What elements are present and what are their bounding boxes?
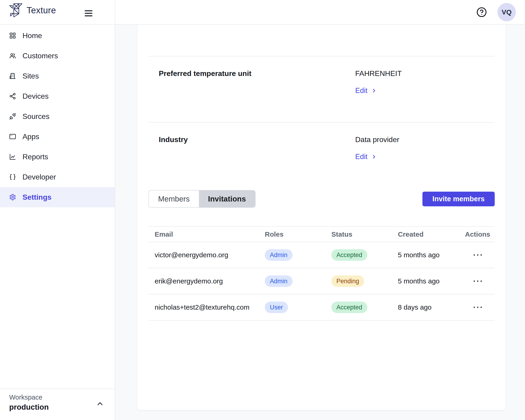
tab-invitations[interactable]: Invitations: [199, 191, 255, 207]
settings-panel: Preferred temperature unit FAHRENHEIT Ed…: [137, 25, 506, 410]
sidebar-item-sites[interactable]: Sites: [0, 66, 115, 86]
sidebar-item-developer[interactable]: Developer: [0, 167, 115, 187]
sidebar-item-label: Reports: [22, 153, 48, 161]
invitations-table: Email Roles Status Created Actions victo…: [149, 226, 495, 321]
status-badge: Accepted: [331, 249, 367, 261]
more-horizontal-icon: [474, 307, 475, 308]
workspace-name: production: [9, 403, 49, 411]
sidebar-item-reports[interactable]: Reports: [0, 147, 115, 167]
members-toolbar: Members Invitations Invite members: [149, 190, 495, 208]
column-header-roles: Roles: [259, 230, 325, 238]
setting-label: Industry: [159, 135, 355, 161]
sidebar-item-apps[interactable]: Apps: [0, 126, 115, 147]
chevron-right-icon: [371, 154, 377, 160]
row-actions-button[interactable]: [471, 278, 484, 284]
setting-row-temperature-unit: Preferred temperature unit FAHRENHEIT Ed…: [149, 57, 495, 122]
more-horizontal-icon: [474, 254, 475, 256]
status-badge: Accepted: [331, 302, 367, 313]
column-header-email: Email: [149, 230, 259, 238]
sidebar-item-label: Customers: [22, 52, 58, 60]
setting-value: FAHRENHEIT: [355, 69, 402, 78]
table-row: victor@energydemo.org Admin Accepted 5 m…: [149, 242, 495, 268]
members-tab-group: Members Invitations: [149, 190, 256, 208]
invite-created: 8 days ago: [392, 303, 460, 311]
sidebar-item-customers[interactable]: Customers: [0, 46, 115, 66]
table-row: nicholas+test2@texturehq.com User Accept…: [149, 295, 495, 321]
table-row: erik@energydemo.org Admin Pending 5 mont…: [149, 268, 495, 295]
braces-icon: [9, 173, 16, 180]
setting-value: Data provider: [355, 135, 399, 144]
sidebar-item-label: Home: [22, 31, 42, 40]
header-left: Texture: [0, 0, 115, 24]
row-actions-button[interactable]: [471, 304, 484, 310]
avatar-initials: VQ: [502, 8, 511, 16]
role-badge: User: [265, 302, 288, 313]
invite-created: 5 months ago: [392, 251, 460, 259]
sidebar-item-label: Settings: [22, 193, 51, 201]
sidebar: Home Customers Sites Devices Sources: [0, 25, 115, 420]
invite-members-button[interactable]: Invite members: [422, 192, 495, 206]
building-icon: [9, 73, 16, 79]
edit-label: Edit: [355, 153, 367, 161]
sidebar-item-settings[interactable]: Settings: [0, 187, 115, 207]
sidebar-item-label: Developer: [22, 173, 56, 181]
avatar[interactable]: VQ: [497, 3, 516, 21]
sidebar-item-label: Sites: [22, 72, 39, 80]
edit-label: Edit: [355, 86, 367, 95]
sidebar-item-label: Apps: [22, 133, 39, 141]
workspace-switcher[interactable]: Workspace production: [0, 389, 115, 420]
more-horizontal-icon: [474, 280, 475, 282]
texture-logo-icon: [9, 3, 22, 18]
invite-email: nicholas+test2@texturehq.com: [149, 303, 259, 311]
setting-row-industry: Industry Data provider Edit: [149, 123, 495, 190]
texture-logo[interactable]: Texture: [9, 3, 56, 18]
gear-icon: [9, 194, 16, 200]
sidebar-item-label: Devices: [22, 92, 49, 101]
workspace-label: Workspace: [9, 394, 42, 401]
unplug-icon: [9, 113, 16, 120]
sidebar-item-devices[interactable]: Devices: [0, 86, 115, 106]
sidebar-item-sources[interactable]: Sources: [0, 106, 115, 126]
sidebar-item-label: Sources: [22, 112, 49, 121]
share-network-icon: [9, 93, 16, 100]
brand-name: Texture: [27, 6, 56, 15]
table-header-row: Email Roles Status Created Actions: [149, 227, 495, 242]
hamburger-menu-icon[interactable]: [84, 8, 94, 17]
row-actions-button[interactable]: [471, 252, 484, 258]
chevron-right-icon: [371, 88, 377, 94]
column-header-actions: Actions: [460, 230, 495, 238]
setting-value-column: Data provider Edit: [355, 135, 399, 161]
setting-value-column: FAHRENHEIT Edit: [355, 69, 402, 95]
tab-members[interactable]: Members: [149, 191, 199, 207]
layout-grid-icon: [9, 32, 16, 39]
invite-email: erik@energydemo.org: [149, 277, 259, 285]
users-icon: [9, 52, 16, 59]
invite-email: victor@energydemo.org: [149, 251, 259, 259]
column-header-status: Status: [325, 230, 392, 238]
column-header-created: Created: [392, 230, 460, 238]
chevron-up-icon: [96, 400, 104, 408]
top-header: Texture VQ: [0, 0, 525, 25]
help-icon[interactable]: [476, 7, 487, 18]
role-badge: Admin: [265, 275, 292, 287]
main-content: Preferred temperature unit FAHRENHEIT Ed…: [115, 25, 525, 420]
invite-created: 5 months ago: [392, 277, 460, 285]
edit-temperature-unit-button[interactable]: Edit: [355, 86, 377, 95]
edit-industry-button[interactable]: Edit: [355, 153, 377, 161]
sidebar-nav: Home Customers Sites Devices Sources: [0, 25, 115, 207]
chart-line-icon: [9, 153, 16, 160]
setting-label: Preferred temperature unit: [159, 69, 355, 95]
sidebar-item-home[interactable]: Home: [0, 26, 115, 46]
status-badge: Pending: [331, 275, 364, 287]
role-badge: Admin: [265, 249, 292, 261]
app-window-icon: [9, 133, 16, 140]
header-actions: VQ: [476, 0, 516, 24]
